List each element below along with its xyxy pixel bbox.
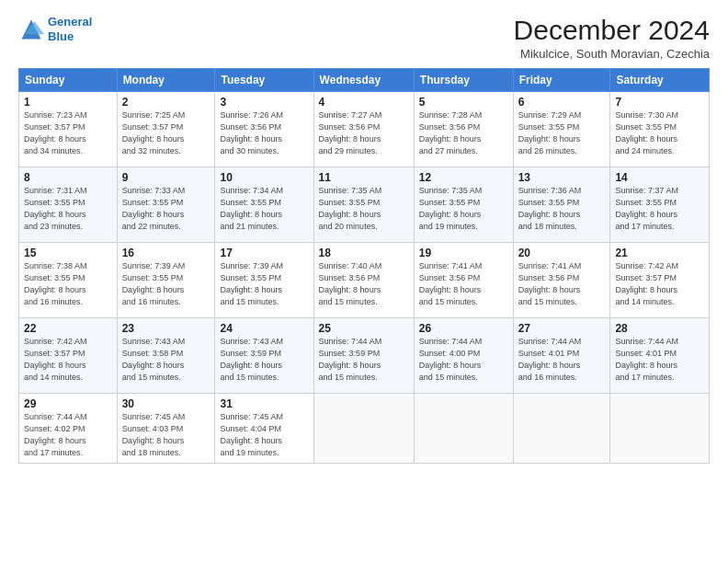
table-row: 15Sunrise: 7:38 AMSunset: 3:55 PMDayligh… (19, 243, 118, 318)
table-row: 20Sunrise: 7:41 AMSunset: 3:56 PMDayligh… (513, 243, 610, 318)
col-saturday: Saturday (610, 69, 710, 92)
table-row: 14Sunrise: 7:37 AMSunset: 3:55 PMDayligh… (610, 167, 710, 243)
col-monday: Monday (117, 69, 215, 92)
table-row: 9Sunrise: 7:33 AMSunset: 3:55 PMDaylight… (117, 167, 215, 243)
table-row: 5Sunrise: 7:28 AMSunset: 3:56 PMDaylight… (414, 92, 513, 167)
table-row: 31Sunrise: 7:45 AMSunset: 4:04 PMDayligh… (215, 394, 313, 464)
table-row: 24Sunrise: 7:43 AMSunset: 3:59 PMDayligh… (215, 318, 313, 394)
calendar-week-1: 1Sunrise: 7:23 AMSunset: 3:57 PMDaylight… (19, 92, 710, 167)
table-row: 18Sunrise: 7:40 AMSunset: 3:56 PMDayligh… (313, 243, 414, 318)
header: General Blue December 2024 Mikulcice, So… (18, 15, 710, 61)
table-row: 16Sunrise: 7:39 AMSunset: 3:55 PMDayligh… (117, 243, 215, 318)
logo-line2: Blue (48, 29, 74, 43)
table-row (513, 394, 610, 464)
logo: General Blue (18, 15, 92, 43)
table-row: 10Sunrise: 7:34 AMSunset: 3:55 PMDayligh… (215, 167, 313, 243)
table-row: 8Sunrise: 7:31 AMSunset: 3:55 PMDaylight… (19, 167, 118, 243)
table-row: 4Sunrise: 7:27 AMSunset: 3:56 PMDaylight… (313, 92, 414, 167)
title-block: December 2024 Mikulcice, South Moravian,… (514, 15, 710, 61)
logo-text: General Blue (48, 15, 92, 43)
table-row: 11Sunrise: 7:35 AMSunset: 3:55 PMDayligh… (313, 167, 414, 243)
table-row: 28Sunrise: 7:44 AMSunset: 4:01 PMDayligh… (610, 318, 710, 394)
location-subtitle: Mikulcice, South Moravian, Czechia (514, 47, 710, 61)
table-row: 3Sunrise: 7:26 AMSunset: 3:56 PMDaylight… (215, 92, 313, 167)
table-row: 2Sunrise: 7:25 AMSunset: 3:57 PMDaylight… (117, 92, 215, 167)
table-row: 23Sunrise: 7:43 AMSunset: 3:58 PMDayligh… (117, 318, 215, 394)
table-row (610, 394, 710, 464)
table-row (414, 394, 513, 464)
logo-line1: General (48, 15, 92, 29)
table-row: 1Sunrise: 7:23 AMSunset: 3:57 PMDaylight… (19, 92, 118, 167)
table-row: 27Sunrise: 7:44 AMSunset: 4:01 PMDayligh… (513, 318, 610, 394)
calendar-week-5: 29Sunrise: 7:44 AMSunset: 4:02 PMDayligh… (19, 394, 710, 464)
calendar-week-2: 8Sunrise: 7:31 AMSunset: 3:55 PMDaylight… (19, 167, 710, 243)
table-row: 30Sunrise: 7:45 AMSunset: 4:03 PMDayligh… (117, 394, 215, 464)
col-tuesday: Tuesday (215, 69, 313, 92)
table-row: 21Sunrise: 7:42 AMSunset: 3:57 PMDayligh… (610, 243, 710, 318)
logo-icon (18, 17, 44, 42)
col-thursday: Thursday (414, 69, 513, 92)
calendar-week-3: 15Sunrise: 7:38 AMSunset: 3:55 PMDayligh… (19, 243, 710, 318)
col-friday: Friday (513, 69, 610, 92)
table-row: 6Sunrise: 7:29 AMSunset: 3:55 PMDaylight… (513, 92, 610, 167)
table-row: 25Sunrise: 7:44 AMSunset: 3:59 PMDayligh… (313, 318, 414, 394)
col-sunday: Sunday (19, 69, 118, 92)
calendar-week-4: 22Sunrise: 7:42 AMSunset: 3:57 PMDayligh… (19, 318, 710, 394)
table-row: 26Sunrise: 7:44 AMSunset: 4:00 PMDayligh… (414, 318, 513, 394)
table-row (313, 394, 414, 464)
calendar-page: General Blue December 2024 Mikulcice, So… (0, 0, 728, 563)
calendar-table: Sunday Monday Tuesday Wednesday Thursday… (18, 68, 710, 464)
table-row: 7Sunrise: 7:30 AMSunset: 3:55 PMDaylight… (610, 92, 710, 167)
table-row: 19Sunrise: 7:41 AMSunset: 3:56 PMDayligh… (414, 243, 513, 318)
table-row: 29Sunrise: 7:44 AMSunset: 4:02 PMDayligh… (19, 394, 118, 464)
month-title: December 2024 (514, 15, 710, 45)
table-row: 12Sunrise: 7:35 AMSunset: 3:55 PMDayligh… (414, 167, 513, 243)
header-row: Sunday Monday Tuesday Wednesday Thursday… (19, 69, 710, 92)
table-row: 17Sunrise: 7:39 AMSunset: 3:55 PMDayligh… (215, 243, 313, 318)
table-row: 13Sunrise: 7:36 AMSunset: 3:55 PMDayligh… (513, 167, 610, 243)
table-row: 22Sunrise: 7:42 AMSunset: 3:57 PMDayligh… (19, 318, 118, 394)
col-wednesday: Wednesday (313, 69, 414, 92)
